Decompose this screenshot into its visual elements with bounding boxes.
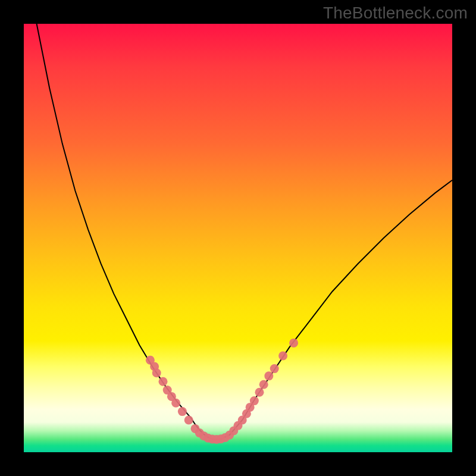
data-marker <box>171 399 180 408</box>
plot-area <box>24 24 452 452</box>
chart-frame: TheBottleneck.com <box>0 0 476 476</box>
watermark-label: TheBottleneck.com <box>323 4 468 23</box>
data-marker <box>278 352 287 361</box>
data-marker <box>178 407 187 416</box>
data-marker <box>255 388 264 397</box>
data-marker <box>152 368 161 377</box>
data-marker <box>289 339 298 347</box>
data-marker <box>264 371 273 380</box>
data-marker <box>184 416 193 425</box>
data-marker <box>159 377 168 386</box>
data-marker <box>270 364 279 373</box>
data-marker <box>250 396 259 405</box>
marker-group <box>146 339 298 444</box>
data-marker <box>259 380 268 389</box>
chart-overlay-svg <box>24 24 452 452</box>
bottleneck-curve <box>24 24 452 439</box>
